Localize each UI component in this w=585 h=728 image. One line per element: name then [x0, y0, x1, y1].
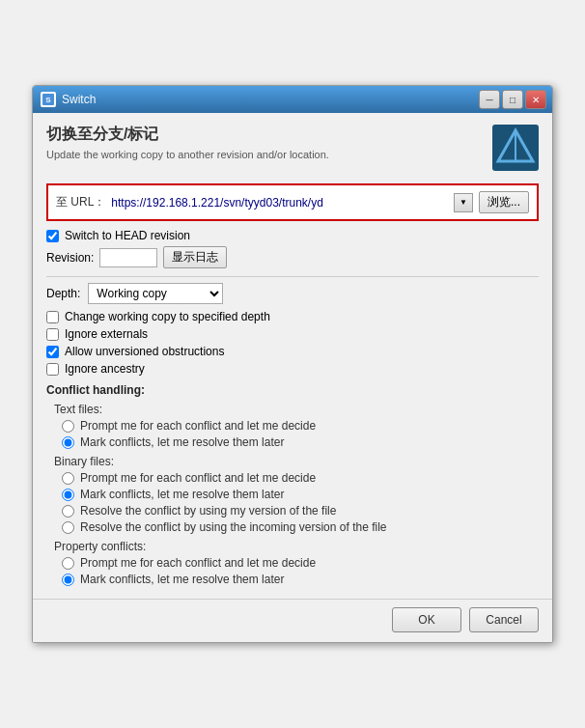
- close-button[interactable]: ✕: [525, 90, 546, 109]
- allow-unversioned-label: Allow unversioned obstructions: [65, 345, 224, 358]
- depth-label: Depth:: [46, 287, 80, 300]
- binary-files-radio-4-label: Resolve the conflict by using the incomi…: [80, 520, 387, 534]
- property-conflicts-radio-2[interactable]: [62, 574, 74, 586]
- change-depth-checkbox[interactable]: [46, 311, 59, 323]
- main-window: S Switch ─ □ ✕ 切换至分支/标记 Update the worki…: [32, 85, 553, 643]
- ignore-ancestry-label: Ignore ancestry: [65, 362, 145, 376]
- change-depth-label: Change working copy to specified depth: [65, 310, 270, 323]
- minimize-button[interactable]: ─: [479, 90, 500, 109]
- divider-1: [46, 276, 539, 277]
- titlebar: S Switch ─ □ ✕: [33, 86, 552, 113]
- ignore-externals-checkbox[interactable]: [46, 328, 59, 341]
- ignore-ancestry-checkbox[interactable]: [46, 363, 59, 376]
- switch-to-head-row: Switch to HEAD revision: [46, 229, 539, 242]
- text-files-option-2: Mark conflicts, let me resolve them late…: [62, 435, 539, 449]
- browse-button[interactable]: 浏览...: [479, 191, 529, 213]
- switch-to-head-checkbox[interactable]: [46, 230, 59, 242]
- revision-row: Revision: 显示日志: [46, 246, 539, 268]
- property-conflicts-option-1: Prompt me for each conflict and let me d…: [62, 556, 539, 570]
- binary-files-radio-1-label: Prompt me for each conflict and let me d…: [80, 471, 316, 485]
- maximize-button[interactable]: □: [502, 90, 523, 109]
- switch-to-head-label: Switch to HEAD revision: [65, 229, 190, 242]
- change-depth-row: Change working copy to specified depth: [46, 310, 539, 323]
- property-conflicts-option-2: Mark conflicts, let me resolve them late…: [62, 573, 539, 586]
- binary-files-option-4: Resolve the conflict by using the incomi…: [62, 520, 539, 534]
- allow-unversioned-checkbox[interactable]: [46, 346, 59, 358]
- titlebar-title-area: S Switch: [41, 92, 96, 107]
- binary-files-option-1: Prompt me for each conflict and let me d…: [62, 471, 539, 485]
- text-files-label: Text files:: [54, 403, 539, 416]
- binary-files-label: Binary files:: [54, 455, 539, 468]
- ignore-ancestry-row: Ignore ancestry: [46, 362, 539, 376]
- footer: OK Cancel: [33, 599, 552, 642]
- svg-text:S: S: [45, 96, 51, 104]
- revision-input[interactable]: [99, 248, 157, 267]
- text-files-option-1: Prompt me for each conflict and let me d…: [62, 419, 539, 433]
- depth-row: Depth: Working copy Fully recursive Imme…: [46, 283, 539, 304]
- dialog-subtitle: Update the working copy to another revis…: [46, 149, 539, 160]
- url-input[interactable]: [111, 196, 448, 210]
- url-dropdown-button[interactable]: ▼: [454, 193, 473, 212]
- conflict-handling-label: Conflict handling:: [46, 383, 539, 397]
- svn-logo: [492, 125, 539, 171]
- show-log-button[interactable]: 显示日志: [163, 246, 227, 268]
- ok-button[interactable]: OK: [392, 607, 461, 632]
- binary-files-radio-3-label: Resolve the conflict by using my version…: [80, 504, 336, 518]
- ignore-externals-label: Ignore externals: [65, 327, 148, 341]
- binary-files-radio-1[interactable]: [62, 472, 74, 485]
- text-files-radio-2[interactable]: [62, 436, 74, 449]
- binary-files-option-3: Resolve the conflict by using my version…: [62, 504, 539, 518]
- property-conflicts-label: Property conflicts:: [54, 540, 539, 553]
- property-conflicts-radio-1-label: Prompt me for each conflict and let me d…: [80, 556, 316, 570]
- text-files-radio-1[interactable]: [62, 420, 74, 433]
- property-conflicts-radio-2-label: Mark conflicts, let me resolve them late…: [80, 573, 284, 586]
- dialog-title: 切换至分支/标记: [46, 125, 539, 145]
- titlebar-controls: ─ □ ✕: [479, 90, 546, 109]
- binary-files-radio-3[interactable]: [62, 505, 74, 518]
- text-files-radio-1-label: Prompt me for each conflict and let me d…: [80, 419, 316, 433]
- binary-files-option-2: Mark conflicts, let me resolve them late…: [62, 488, 539, 501]
- revision-label: Revision:: [46, 251, 94, 265]
- binary-files-radio-4[interactable]: [62, 521, 74, 534]
- window-title: Switch: [62, 93, 96, 106]
- binary-files-radio-2-label: Mark conflicts, let me resolve them late…: [80, 488, 284, 501]
- text-files-radio-2-label: Mark conflicts, let me resolve them late…: [80, 435, 284, 449]
- property-conflicts-radio-1[interactable]: [62, 557, 74, 570]
- url-section: 至 URL： ▼ 浏览...: [46, 183, 539, 221]
- conflict-handling-section: Conflict handling: Text files: Prompt me…: [46, 383, 539, 586]
- dialog-content: 切换至分支/标记 Update the working copy to anot…: [33, 113, 552, 599]
- depth-select[interactable]: Working copy Fully recursive Immediate c…: [88, 283, 223, 304]
- allow-unversioned-row: Allow unversioned obstructions: [46, 345, 539, 358]
- binary-files-radio-2[interactable]: [62, 489, 74, 501]
- app-icon: S: [41, 92, 56, 107]
- header-area: 切换至分支/标记 Update the working copy to anot…: [46, 125, 539, 174]
- ignore-externals-row: Ignore externals: [46, 327, 539, 341]
- cancel-button[interactable]: Cancel: [469, 607, 539, 632]
- url-label: 至 URL：: [56, 194, 105, 210]
